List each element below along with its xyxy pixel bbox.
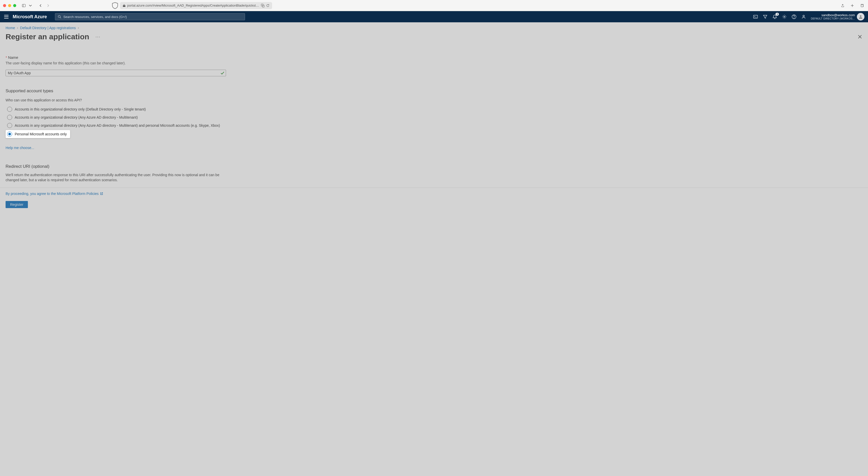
svg-line-21 bbox=[101, 192, 103, 194]
window-zoom-dot[interactable] bbox=[13, 4, 16, 7]
settings-icon[interactable] bbox=[782, 14, 787, 19]
search-icon bbox=[58, 15, 61, 19]
browser-chrome: portal.azure.com/#view/Microsoft_AAD_Reg… bbox=[0, 0, 868, 11]
chevron-right-icon: › bbox=[78, 26, 79, 30]
url-text: portal.azure.com/#view/Microsoft_AAD_Reg… bbox=[127, 4, 259, 7]
platform-policies-link[interactable]: By proceeding, you agree to the Microsof… bbox=[6, 191, 103, 196]
redirect-uri-title: Redirect URI (optional) bbox=[6, 164, 248, 169]
radio-icon bbox=[7, 115, 12, 120]
radio-icon bbox=[7, 123, 12, 128]
chevron-down-icon[interactable] bbox=[27, 3, 33, 9]
privacy-shield-icon[interactable] bbox=[112, 3, 119, 9]
app-name-input[interactable] bbox=[6, 70, 226, 76]
platform-policies-text: By proceeding, you agree to the Microsof… bbox=[6, 191, 98, 196]
svg-line-11 bbox=[60, 18, 61, 18]
avatar bbox=[857, 13, 864, 21]
svg-point-14 bbox=[784, 16, 785, 18]
window-minimize-dot[interactable] bbox=[8, 4, 11, 7]
account-type-option-2[interactable]: Accounts in any organizational directory… bbox=[6, 122, 221, 129]
account-directory: DEFAULT DIRECTORY (WORKOS... bbox=[811, 17, 855, 20]
name-field-label: *Name bbox=[6, 55, 248, 60]
sidebar-toggle-icon[interactable] bbox=[21, 3, 27, 9]
chevron-right-icon: › bbox=[17, 26, 18, 30]
azure-top-bar: Microsoft Azure 1 sandbox@workos.com bbox=[0, 11, 868, 22]
account-menu[interactable]: sandbox@workos.com DEFAULT DIRECTORY (WO… bbox=[811, 13, 864, 21]
account-type-option-0[interactable]: Accounts in this organizational director… bbox=[6, 106, 147, 113]
more-actions-icon[interactable]: ⋯ bbox=[94, 34, 102, 40]
notifications-icon[interactable]: 1 bbox=[772, 14, 777, 19]
portal-menu-icon[interactable] bbox=[4, 14, 9, 20]
url-bar[interactable]: portal.azure.com/#view/Microsoft_AAD_Reg… bbox=[120, 2, 272, 9]
help-me-choose-link[interactable]: Help me choose... bbox=[6, 146, 248, 150]
svg-rect-12 bbox=[753, 15, 757, 18]
redirect-uri-description: We'll return the authentication response… bbox=[6, 173, 223, 182]
register-button[interactable]: Register bbox=[6, 201, 28, 208]
account-type-option-label: Accounts in any organizational directory… bbox=[15, 115, 138, 119]
required-mark: * bbox=[6, 55, 7, 60]
account-types-subtitle: Who can use this application or access t… bbox=[6, 98, 248, 102]
svg-point-18 bbox=[860, 15, 861, 17]
radio-icon bbox=[7, 131, 12, 137]
window-close-dot[interactable] bbox=[3, 4, 6, 7]
account-type-option-label: Accounts in any organizational directory… bbox=[15, 123, 220, 127]
breadcrumb: Home › Default Directory | App registrat… bbox=[0, 22, 868, 31]
cloud-shell-icon[interactable] bbox=[753, 14, 758, 19]
account-type-option-label: Accounts in this organizational director… bbox=[15, 107, 146, 111]
global-search[interactable] bbox=[55, 13, 245, 20]
account-type-option-3[interactable]: Personal Microsoft accounts only bbox=[6, 130, 70, 138]
close-blade-icon[interactable] bbox=[857, 34, 862, 39]
nav-back-icon[interactable] bbox=[37, 3, 43, 9]
validation-check-icon bbox=[220, 71, 224, 75]
account-types-radio-group: Accounts in this organizational director… bbox=[6, 106, 248, 138]
account-type-option-1[interactable]: Accounts in any organizational directory… bbox=[6, 114, 140, 121]
svg-point-17 bbox=[803, 15, 804, 17]
page-title: Register an application bbox=[6, 32, 89, 41]
window-traffic-lights bbox=[3, 4, 16, 7]
reload-icon[interactable] bbox=[266, 4, 270, 7]
share-icon[interactable] bbox=[840, 3, 846, 9]
tabs-overview-icon[interactable] bbox=[859, 3, 865, 9]
account-type-option-label: Personal Microsoft accounts only bbox=[15, 132, 67, 136]
breadcrumb-app-registrations[interactable]: Default Directory | App registrations bbox=[20, 26, 76, 30]
lock-icon bbox=[123, 4, 126, 7]
svg-point-10 bbox=[58, 16, 60, 18]
directory-filter-icon[interactable] bbox=[763, 14, 768, 19]
help-icon[interactable] bbox=[792, 14, 797, 19]
translate-icon[interactable] bbox=[261, 4, 265, 7]
external-link-icon bbox=[100, 192, 103, 195]
new-tab-icon[interactable] bbox=[849, 3, 855, 9]
feedback-icon[interactable] bbox=[801, 14, 806, 19]
account-email: sandbox@workos.com bbox=[811, 13, 855, 17]
notification-badge: 1 bbox=[776, 13, 779, 16]
radio-icon bbox=[7, 107, 12, 112]
breadcrumb-home[interactable]: Home bbox=[6, 26, 15, 30]
svg-rect-0 bbox=[22, 4, 25, 7]
brand-label[interactable]: Microsoft Azure bbox=[13, 14, 47, 20]
nav-forward-icon[interactable] bbox=[45, 3, 51, 9]
name-field-help: The user-facing display name for this ap… bbox=[6, 61, 248, 65]
account-types-title: Supported account types bbox=[6, 88, 248, 93]
global-search-input[interactable] bbox=[63, 15, 242, 19]
